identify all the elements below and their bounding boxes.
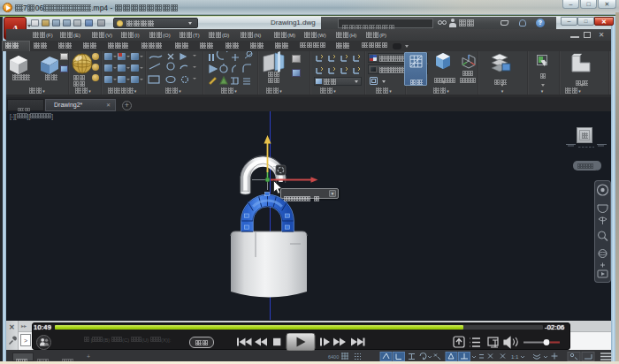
svg-text:1:1: 1:1 [511,354,519,360]
svg-text:6400: 6400 [328,354,339,360]
